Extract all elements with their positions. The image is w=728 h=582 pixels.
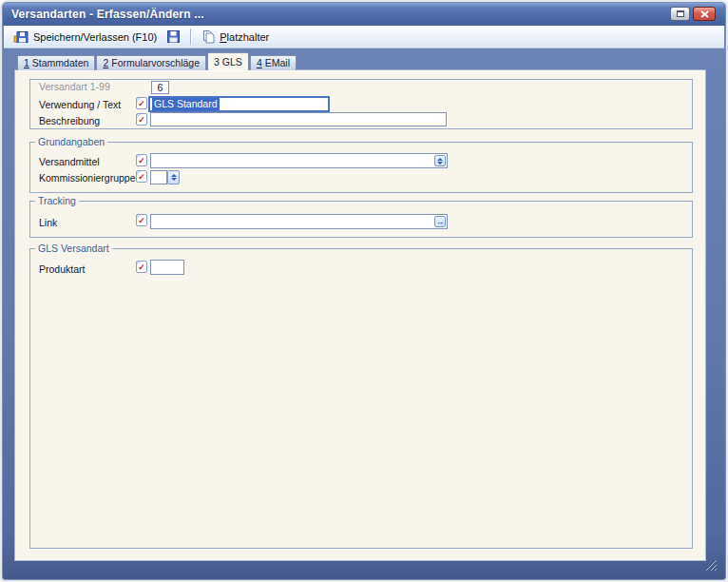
tab-gls[interactable]: 3GLS: [207, 52, 249, 70]
restore-button[interactable]: [670, 7, 690, 21]
kommissioniergruppe-check-icon[interactable]: ✓: [136, 170, 147, 183]
spinner-up-icon: [437, 158, 443, 161]
titlebar[interactable]: Versandarten - Erfassen/Ändern ...: [3, 3, 725, 26]
save-exit-icon: [13, 29, 29, 45]
link-check-icon[interactable]: ✓: [136, 214, 147, 226]
kommissioniergruppe-label: Kommissioniergruppe: [39, 172, 136, 184]
link-open-button[interactable]: →: [434, 216, 446, 227]
platzhalter-label: Platzhalter: [220, 31, 269, 43]
close-icon: [700, 10, 709, 18]
window-controls: [670, 7, 716, 21]
beschreibung-input[interactable]: [150, 112, 447, 126]
platzhalter-button[interactable]: Platzhalter: [196, 28, 274, 47]
versandmittel-spinner[interactable]: [434, 155, 446, 166]
verwendung-check-icon[interactable]: ✓: [136, 97, 147, 109]
save-exit-label: Speichern/Verlassen (F10): [33, 31, 157, 43]
tab-email[interactable]: 4EMail: [250, 55, 297, 70]
produktart-check-icon[interactable]: ✓: [136, 261, 147, 273]
tab-stammdaten[interactable]: 1Stammdaten: [17, 55, 95, 70]
copy-icon: [201, 29, 215, 44]
verwendung-label: Verwendung / Text: [39, 99, 121, 110]
spinner-up-icon: [171, 174, 177, 177]
versandmittel-check-icon[interactable]: ✓: [136, 154, 147, 166]
produktart-input[interactable]: [150, 260, 184, 275]
tab-formularvorschlaege[interactable]: 2Formularvorschläge: [96, 55, 206, 70]
toolbar-separator: [190, 29, 191, 45]
grundangaben-legend: Grundangaben: [35, 136, 107, 147]
gls-versandart-legend: GLS Versandart: [35, 242, 112, 254]
form-panel: Versandart 1-99 Verwendung / Text ✓ GLS …: [14, 69, 706, 561]
beschreibung-label: Beschreibung: [39, 115, 100, 126]
window-title: Versandarten - Erfassen/Ändern ...: [3, 8, 204, 21]
verwendung-selected-text: GLS Standard: [152, 98, 220, 110]
versandmittel-label: Versandmittel: [39, 156, 100, 167]
spinner-down-icon: [437, 162, 443, 165]
save-exit-button[interactable]: Speichern/Verlassen (F10): [9, 28, 162, 47]
save-icon: [166, 29, 181, 44]
restore-icon: [677, 10, 684, 17]
verwendung-input[interactable]: GLS Standard: [148, 96, 330, 112]
resize-grip[interactable]: [702, 557, 718, 574]
window: Versandarten - Erfassen/Ändern ... Speic…: [2, 2, 726, 580]
versandmittel-input[interactable]: [150, 153, 448, 168]
save-button[interactable]: [162, 28, 185, 47]
section-gls-versandart: GLS Versandart: [29, 248, 693, 549]
kommissioniergruppe-spinner[interactable]: [167, 170, 180, 184]
link-input[interactable]: →: [150, 214, 448, 229]
kommissioniergruppe-input[interactable]: [150, 170, 167, 184]
link-label: Link: [39, 217, 57, 228]
close-button[interactable]: [693, 7, 716, 21]
spinner-down-icon: [171, 178, 177, 181]
toolbar: Speichern/Verlassen (F10) Platzhalter: [4, 26, 724, 48]
versandart-input[interactable]: [151, 81, 169, 94]
tab-bar: 1Stammdaten 2Formularvorschläge 3GLS 4EM…: [17, 52, 297, 70]
versandart-label: Versandart 1-99: [39, 81, 110, 92]
tracking-legend: Tracking: [35, 195, 79, 206]
beschreibung-check-icon[interactable]: ✓: [136, 113, 147, 126]
produktart-label: Produktart: [39, 263, 85, 275]
